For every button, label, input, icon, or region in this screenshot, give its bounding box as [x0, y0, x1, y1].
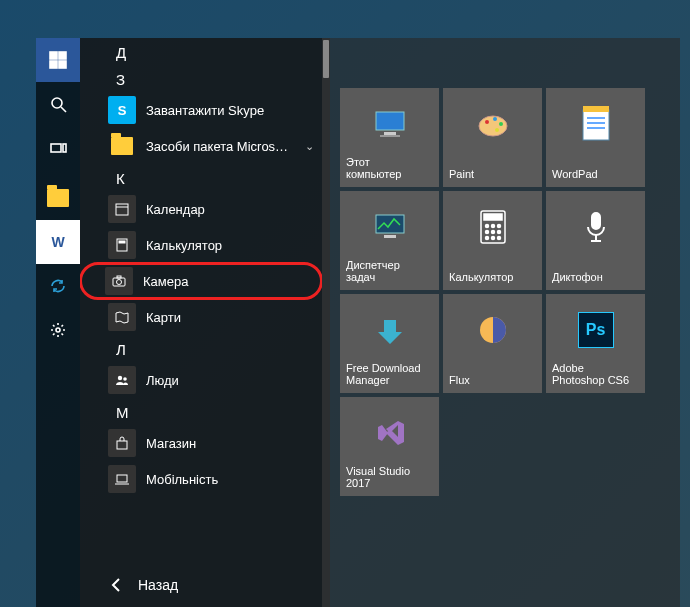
- tile-label: Visual Studio 2017: [346, 465, 410, 490]
- svg-rect-35: [384, 235, 396, 238]
- svg-point-40: [497, 225, 500, 228]
- apps-list: Д З S Завантажити Skype Засоби пакета Mi…: [80, 38, 330, 607]
- tile-label: Калькулятор: [449, 271, 513, 284]
- start-button[interactable]: [36, 38, 80, 82]
- svg-point-16: [118, 376, 122, 380]
- svg-rect-37: [484, 214, 502, 220]
- desktop: W Д З S Завантажити Skype Засоби: [0, 0, 690, 607]
- svg-rect-6: [51, 144, 61, 152]
- svg-rect-9: [116, 204, 128, 215]
- paint-icon: [473, 104, 513, 144]
- tile-wordpad[interactable]: WordPad: [546, 88, 645, 187]
- tile-label: Диспетчер задач: [346, 259, 400, 284]
- app-label: Карти: [146, 310, 322, 325]
- back-button[interactable]: Назад: [80, 563, 322, 607]
- group-letter-з[interactable]: З: [80, 65, 322, 92]
- app-calendar[interactable]: Календар: [80, 191, 322, 227]
- svg-point-8: [56, 328, 60, 332]
- app-label: Засоби пакета Microsoft…: [146, 139, 295, 154]
- group-letter-к[interactable]: К: [80, 164, 322, 191]
- svg-rect-30: [583, 106, 609, 112]
- svg-point-27: [499, 122, 503, 126]
- settings-icon[interactable]: [36, 308, 80, 352]
- svg-rect-21: [376, 112, 404, 130]
- app-people[interactable]: Люди: [80, 362, 322, 398]
- svg-line-5: [61, 107, 66, 112]
- search-icon[interactable]: [36, 82, 80, 126]
- app-camera[interactable]: Камера: [80, 263, 322, 299]
- svg-rect-19: [117, 475, 127, 482]
- svg-rect-23: [380, 135, 400, 137]
- tile-flux[interactable]: Flux: [443, 294, 542, 393]
- tile-taskmgr[interactable]: Диспетчер задач: [340, 191, 439, 290]
- tile-label: Paint: [449, 168, 474, 181]
- group-letter-л[interactable]: Л: [80, 335, 322, 362]
- start-menu: Д З S Завантажити Skype Засоби пакета Mi…: [80, 38, 680, 607]
- app-label: Мобільність: [146, 472, 322, 487]
- tile-label: WordPad: [552, 168, 598, 181]
- app-label: Календар: [146, 202, 322, 217]
- group-letter-д[interactable]: Д: [80, 38, 322, 65]
- tile-fdm[interactable]: Free Download Manager: [340, 294, 439, 393]
- tile-calc[interactable]: Калькулятор: [443, 191, 542, 290]
- app-label: Камера: [143, 274, 322, 289]
- chevron-down-icon: ⌄: [305, 140, 322, 153]
- mic-icon: [576, 207, 616, 247]
- svg-rect-47: [592, 213, 600, 229]
- svg-point-39: [491, 225, 494, 228]
- svg-point-14: [117, 280, 122, 285]
- photoshop-icon: Ps: [576, 310, 616, 350]
- tile-voice-recorder[interactable]: Диктофон: [546, 191, 645, 290]
- svg-point-25: [485, 120, 489, 124]
- app-calculator[interactable]: Калькулятор: [80, 227, 322, 263]
- svg-point-44: [485, 237, 488, 240]
- svg-rect-18: [117, 441, 127, 449]
- svg-point-17: [123, 377, 127, 381]
- svg-point-28: [495, 128, 499, 132]
- svg-point-46: [497, 237, 500, 240]
- svg-rect-15: [117, 276, 121, 278]
- svg-point-38: [485, 225, 488, 228]
- vs-icon: [370, 413, 410, 453]
- taskmgr-icon: [370, 207, 410, 247]
- tile-visual-studio[interactable]: Visual Studio 2017: [340, 397, 439, 496]
- svg-rect-22: [384, 132, 396, 135]
- taskbar: W: [36, 38, 80, 607]
- svg-point-41: [485, 231, 488, 234]
- app-label: Магазин: [146, 436, 322, 451]
- app-mobility[interactable]: Мобільність: [80, 461, 322, 497]
- app-store[interactable]: Магазин: [80, 425, 322, 461]
- svg-point-43: [497, 231, 500, 234]
- app-label: Завантажити Skype: [146, 103, 322, 118]
- svg-point-42: [491, 231, 494, 234]
- app-label: Люди: [146, 373, 322, 388]
- svg-rect-3: [59, 61, 66, 68]
- sync-icon[interactable]: [36, 264, 80, 308]
- wordpad-icon: [576, 104, 616, 144]
- fdm-icon: [370, 310, 410, 350]
- app-skype[interactable]: S Завантажити Skype: [80, 92, 322, 128]
- tile-label: Этот компьютер: [346, 156, 401, 181]
- tile-label: Диктофон: [552, 271, 603, 284]
- word-icon[interactable]: W: [36, 220, 80, 264]
- svg-rect-7: [63, 144, 66, 152]
- app-microsoft-tools[interactable]: Засоби пакета Microsoft… ⌄: [80, 128, 322, 164]
- tiles-panel: Этот компьютер Paint WordPad Диспетчер з…: [330, 38, 680, 607]
- tile-photoshop[interactable]: Ps Adobe Photoshop CS6: [546, 294, 645, 393]
- apps-scrollbar[interactable]: [322, 38, 330, 607]
- apps-scrollbar-thumb[interactable]: [323, 40, 329, 78]
- group-letter-м[interactable]: М: [80, 398, 322, 425]
- tile-this-pc[interactable]: Этот компьютер: [340, 88, 439, 187]
- svg-rect-0: [50, 52, 57, 59]
- tile-label: Free Download Manager: [346, 362, 421, 387]
- explorer-icon[interactable]: [36, 176, 80, 220]
- taskview-icon[interactable]: [36, 126, 80, 170]
- tile-label: Adobe Photoshop CS6: [552, 362, 629, 387]
- calc-icon: [473, 207, 513, 247]
- tile-paint[interactable]: Paint: [443, 88, 542, 187]
- svg-point-45: [491, 237, 494, 240]
- apps-scroll-area: Д З S Завантажити Skype Засоби пакета Mi…: [80, 38, 322, 563]
- svg-point-4: [52, 98, 62, 108]
- app-maps[interactable]: Карти: [80, 299, 322, 335]
- tile-label: Flux: [449, 374, 470, 387]
